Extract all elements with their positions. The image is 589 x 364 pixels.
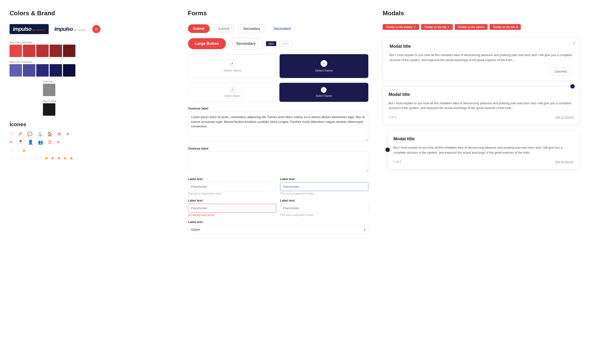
input2-left-label: Label text: bbox=[188, 199, 276, 202]
chat-icon: 💬 bbox=[27, 131, 32, 137]
blue-swatch-5 bbox=[63, 64, 75, 77]
tag-label-badge: label bbox=[266, 41, 276, 46]
input2-right-help: This text is supposed to help bbox=[280, 214, 368, 216]
star-f-2: ★ bbox=[51, 155, 55, 161]
logo-light-text: impulso bbox=[54, 26, 73, 32]
modal-3-exit-link[interactable]: Sair do tutorial bbox=[555, 160, 574, 163]
star-empty-2: ☆ bbox=[16, 148, 20, 153]
star-outline-5: ☆ bbox=[34, 155, 39, 161]
textarea2-input[interactable] bbox=[188, 152, 368, 172]
paperclip-icon: 🖇 bbox=[18, 131, 22, 137]
arrow-left-icon: ◀ bbox=[516, 26, 518, 28]
icon-grid-row2: ✏ 📍 👤 👥 ☰ ✕ bbox=[10, 140, 174, 145]
blue-swatch-4 bbox=[50, 64, 62, 77]
textarea1-field: Textarea label Lorem ipsum dolor sit ame… bbox=[188, 107, 368, 142]
input1-right-wrap: Label text: This text is supposed to hel… bbox=[280, 177, 368, 195]
modal-2-exit-link[interactable]: Sair do tutorial bbox=[555, 116, 574, 119]
menu-icon: ☰ bbox=[48, 140, 52, 145]
modal-1-close-button[interactable]: × bbox=[573, 41, 576, 46]
submit-primary-button[interactable]: Submit bbox=[188, 24, 210, 33]
select-card-1[interactable]: ✓ Select Name bbox=[188, 54, 277, 78]
star-outline-4: ☆ bbox=[28, 155, 32, 161]
red-swatch-1 bbox=[10, 45, 22, 57]
input1-left[interactable] bbox=[188, 182, 276, 191]
red-label: Base Color (SaaS Red) bbox=[10, 41, 174, 44]
arrow-down-icon: ▼ bbox=[414, 26, 416, 28]
modal-3-page: 1 de 5 bbox=[393, 160, 401, 163]
modal-1-body: But I must explain to you how all this m… bbox=[389, 53, 573, 63]
red-swatch-2 bbox=[23, 45, 35, 57]
star-empty-1: ☆ bbox=[10, 148, 14, 153]
edit-icon: ✏ bbox=[10, 140, 13, 145]
input1-left-wrap: Label text: This text is supposed to hel… bbox=[188, 177, 276, 195]
tooltip-left-button[interactable]: Tooltip on the left ◀ bbox=[490, 24, 521, 30]
input2-right-label: Label text: bbox=[280, 199, 368, 202]
modal-2-page: 1 de 5 bbox=[388, 116, 396, 119]
grey-swatch bbox=[43, 84, 55, 96]
user-icon: 👤 bbox=[28, 140, 33, 145]
select-card-1-label: Select Name bbox=[223, 69, 241, 72]
select-card-small-2[interactable]: ✓ Select Name bbox=[279, 83, 368, 102]
input2-left-wrap: Label text: Something went wrong bbox=[188, 199, 276, 216]
input1-right[interactable] bbox=[280, 182, 368, 191]
logos-row: impulso NETWORK impulso NETWORK ⟳ bbox=[10, 24, 174, 34]
red-swatch-5 bbox=[63, 45, 75, 57]
star-f-5: ★ bbox=[69, 155, 73, 161]
star-f-3: ★ bbox=[57, 155, 61, 161]
pin-icon: 📍 bbox=[18, 140, 23, 145]
tooltip-right-button[interactable]: Tooltip on the right ▶ bbox=[455, 24, 488, 30]
red-swatch-3 bbox=[36, 45, 49, 57]
modal-1-title: Modal title bbox=[389, 44, 573, 49]
star-filled-1: ★ bbox=[22, 148, 26, 153]
input-row-1: Label text: This text is supposed to hel… bbox=[188, 177, 368, 195]
select-card-2[interactable]: ✓ Select Name bbox=[280, 54, 368, 78]
modals-section: Modals Tooltip on the bottom ▼ Tooltip o… bbox=[383, 10, 579, 239]
select1-label: Label text: bbox=[188, 220, 368, 224]
large-primary-button[interactable]: Large Button bbox=[188, 38, 226, 49]
tutorial-dot-left bbox=[385, 147, 390, 153]
icon-grid-row1: ♡ 🖇 💬 ⚓ 🏠 ⚙ ☀ bbox=[10, 131, 174, 137]
blue-swatches-section: Base Color (Code Blue) bbox=[10, 61, 174, 77]
tooltip-row: Tooltip on the bottom ▼ Tooltip on the t… bbox=[383, 24, 579, 30]
modal-3: Modal title But I must explain to you ho… bbox=[388, 130, 579, 169]
secondary-text-button[interactable]: Secondary bbox=[269, 24, 296, 33]
home-icon: 🏠 bbox=[47, 131, 52, 137]
select-card-small-2-label: Select Name bbox=[316, 94, 332, 98]
check-icon-small-1: ✓ bbox=[229, 87, 235, 93]
logo-dark-network: NETWORK bbox=[32, 29, 45, 31]
select-card-small-1[interactable]: ✓ Select Name bbox=[188, 83, 277, 102]
tutorial-dot-top bbox=[570, 84, 576, 89]
logo-light-network: NETWORK bbox=[73, 29, 87, 31]
select1-input[interactable]: Option Option 2 Option 3 bbox=[188, 225, 368, 234]
tooltip-top-button[interactable]: Tooltip on the top ▲ bbox=[421, 24, 453, 30]
forms-section: Forms Submit Submit Secondary Secondary … bbox=[188, 10, 368, 239]
tooltip-right-label: Tooltip on the right bbox=[458, 26, 482, 28]
submit-disabled-button[interactable]: Submit bbox=[213, 24, 235, 33]
blue-swatch-3 bbox=[36, 64, 49, 77]
star-f-1: ★ bbox=[44, 155, 49, 161]
tooltip-left-label: Tooltip on the left bbox=[493, 26, 515, 28]
select-cards-small: ✓ Select Name ✓ Select Name bbox=[188, 83, 368, 102]
textarea2-label: Textarea label bbox=[188, 147, 368, 150]
colors-brand-section: Colors & Brand impulso NETWORK impulso N… bbox=[10, 10, 174, 239]
modal-3-footer: 1 de 5 Sair do tutorial bbox=[393, 160, 574, 163]
textarea1-input[interactable]: Lorem ipsum dolor sit amet, consectetur … bbox=[188, 112, 368, 141]
check-icon-1: ✓ bbox=[229, 60, 236, 67]
blue-swatch-2 bbox=[23, 64, 35, 77]
modal-2: Modal title But I must explain to you ho… bbox=[383, 86, 579, 125]
modal-1: × Modal title But I must explain to you … bbox=[383, 37, 579, 80]
input2-left[interactable] bbox=[188, 204, 276, 213]
input2-right[interactable] bbox=[280, 204, 368, 213]
secondary-outline-button[interactable]: Secondary bbox=[238, 24, 266, 33]
input1-left-help: This text is supposed to help bbox=[188, 192, 276, 195]
select-card-small-1-label: Select Name bbox=[224, 94, 241, 98]
modal-1-cancel-button[interactable]: Cancelar bbox=[549, 67, 573, 75]
select1-wrapper: Option Option 2 Option 3 ▾ bbox=[188, 225, 368, 234]
modal-2-title: Modal title bbox=[388, 92, 574, 97]
logo-dark-text: impulso bbox=[13, 26, 31, 32]
settings-icon: ⚙ bbox=[57, 131, 61, 137]
large-secondary-button[interactable]: Secondary bbox=[229, 38, 263, 49]
heart-icon: ♡ bbox=[10, 131, 13, 137]
tooltip-bottom-button[interactable]: Tooltip on the bottom ▼ bbox=[383, 24, 419, 30]
grey-swatches bbox=[43, 84, 174, 96]
